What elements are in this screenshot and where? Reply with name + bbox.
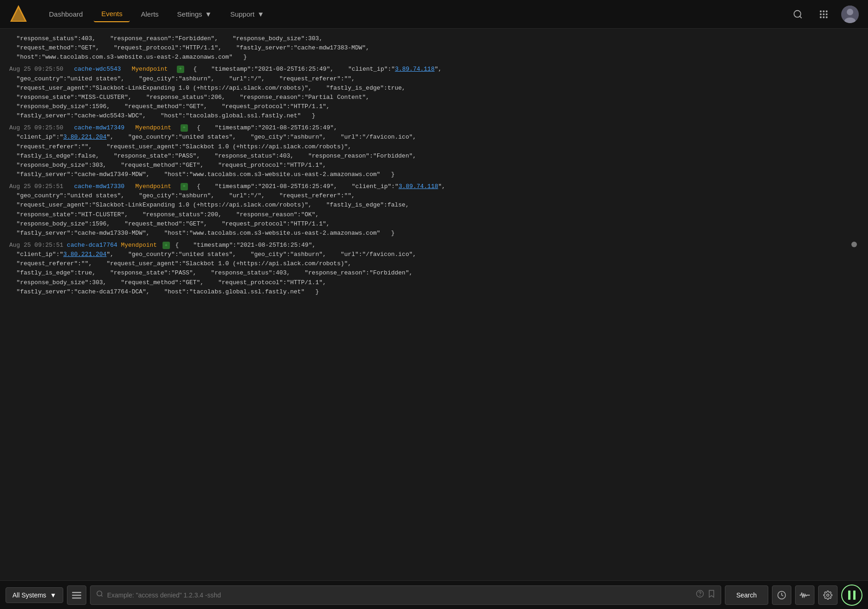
search-button[interactable]: Search <box>725 585 768 605</box>
svg-rect-5 <box>823 10 825 12</box>
log-line: "client_ip":"3.80.221.204", "geo_country… <box>9 133 859 142</box>
log-timestamp: Aug 25 09:25:51 <box>9 241 63 250</box>
log-line: "fastly_server":"cache-dca17764-DCA", "h… <box>9 287 859 297</box>
svg-rect-9 <box>826 13 828 15</box>
log-line: "response_body_size":1596, "request_meth… <box>9 219 859 229</box>
log-line: "fastly_server":"cache-wdc5543-WDC", "ho… <box>9 111 859 121</box>
log-header-row: Aug 25 09:25:51 cache-mdw17330 Myendpoin… <box>9 182 859 191</box>
log-server-link[interactable]: cache-wdc5543 <box>74 66 121 73</box>
logo[interactable] <box>9 4 28 24</box>
log-area: "response_status":403, "response_reason"… <box>0 29 868 580</box>
scroll-indicator <box>851 242 857 247</box>
log-server-link[interactable]: cache-dca17764 <box>67 241 117 250</box>
add-filter-button[interactable]: + <box>177 66 184 73</box>
svg-point-2 <box>794 10 801 17</box>
svg-rect-12 <box>826 16 828 18</box>
log-server-link[interactable]: cache-mdw17349 <box>74 124 124 131</box>
log-server-link[interactable]: cache-mdw17330 <box>74 183 124 190</box>
log-line: "response_body_size":303, "request_metho… <box>9 278 859 287</box>
log-endpoint[interactable]: Myendpoint <box>135 183 171 190</box>
menu-button[interactable] <box>67 585 86 605</box>
svg-rect-6 <box>826 10 828 12</box>
log-entry: Aug 25 09:25:51 cache-mdw17330 Myendpoin… <box>9 182 859 238</box>
svg-rect-16 <box>72 592 81 593</box>
bottom-toolbar: All Systems ▼ Search <box>0 580 868 609</box>
search-area <box>90 585 721 605</box>
svg-line-3 <box>800 16 802 18</box>
log-line: "geo_country":"united states", "geo_city… <box>9 74 859 84</box>
log-endpoint[interactable]: Myendpoint <box>132 66 168 73</box>
log-entry: Aug 25 09:25:50 cache-wdc5543 Myendpoint… <box>9 65 859 121</box>
svg-rect-4 <box>820 10 822 12</box>
svg-rect-7 <box>820 13 822 15</box>
systems-label: All Systems <box>12 591 46 599</box>
log-entry: Aug 25 09:25:51 cache-dca17764 Myendpoin… <box>9 241 859 297</box>
nav-events[interactable]: Events <box>94 6 130 22</box>
log-line: "request_referer":"", "request_user_agen… <box>9 259 859 268</box>
log-header-row: Aug 25 09:25:50 cache-wdc5543 Myendpoint… <box>9 65 859 74</box>
log-endpoint[interactable]: Myendpoint <box>135 124 171 131</box>
log-header-row: Aug 25 09:25:50 cache-mdw17349 Myendpoin… <box>9 123 859 133</box>
chevron-down-icon: ▼ <box>257 10 264 18</box>
nav-settings[interactable]: Settings ▼ <box>170 6 219 22</box>
svg-rect-26 <box>853 591 856 600</box>
top-navigation: Dashboard Events Alerts Settings ▼ Suppo… <box>0 0 868 29</box>
log-line: "fastly_server":"cache-mdw17330-MDW", "h… <box>9 229 859 238</box>
ip-link[interactable]: 3.89.74.118 <box>398 183 438 190</box>
search-input[interactable] <box>107 591 692 599</box>
nav-alerts[interactable]: Alerts <box>133 6 166 22</box>
nav-right <box>790 6 859 23</box>
log-line: "request_referer":"", "request_user_agen… <box>9 142 859 152</box>
log-json-start: { "timestamp":"2021-08-25T16:25:49", "cl… <box>197 183 445 190</box>
log-entry: "response_status":403, "response_reason"… <box>9 34 859 62</box>
svg-rect-25 <box>848 591 850 600</box>
log-line: "response_body_size":303, "request_metho… <box>9 161 859 170</box>
help-icon[interactable] <box>696 590 704 600</box>
add-filter-button[interactable]: + <box>181 183 188 190</box>
svg-rect-11 <box>823 16 825 18</box>
systems-dropdown[interactable]: All Systems ▼ <box>6 587 63 603</box>
waveform-button[interactable] <box>795 585 814 605</box>
log-line: "request_method":"GET", "request_protoco… <box>9 43 859 53</box>
log-line: "fastly_is_edge":true, "response_state":… <box>9 268 859 278</box>
svg-rect-10 <box>820 16 822 18</box>
log-json-start: { "timestamp":"2021-08-25T16:25:49", <box>175 241 316 250</box>
log-line: "response_state":"HIT-CLUSTER", "respons… <box>9 210 859 219</box>
add-filter-button[interactable]: + <box>163 242 170 249</box>
log-entry: Aug 25 09:25:50 cache-mdw17349 Myendpoin… <box>9 123 859 179</box>
nav-support[interactable]: Support ▼ <box>223 6 271 22</box>
svg-line-20 <box>101 595 102 597</box>
log-line: "fastly_is_edge":false, "response_state"… <box>9 152 859 161</box>
ip-link[interactable]: 3.80.221.204 <box>63 134 107 140</box>
log-line: "geo_country":"united states", "geo_city… <box>9 191 859 201</box>
svg-rect-18 <box>72 597 81 599</box>
search-icon <box>96 590 103 600</box>
log-line: "client_ip":"3.80.221.204", "geo_country… <box>9 250 859 259</box>
ip-link[interactable]: 3.80.221.204 <box>63 251 107 258</box>
log-line: "request_user_agent":"Slackbot-LinkExpan… <box>9 201 859 210</box>
ip-link[interactable]: 3.89.74.118 <box>395 66 434 73</box>
chevron-down-icon: ▼ <box>50 591 56 599</box>
bookmark-icon[interactable] <box>708 590 715 600</box>
svg-rect-17 <box>72 595 81 596</box>
user-avatar[interactable] <box>841 6 859 23</box>
settings-button[interactable] <box>818 585 838 605</box>
log-timestamp: Aug 25 09:25:50 <box>9 124 63 131</box>
add-filter-button[interactable]: + <box>181 124 188 132</box>
log-line: "request_user_agent":"Slackbot-LinkExpan… <box>9 84 859 93</box>
log-json-start: { "timestamp":"2021-08-25T16:25:49", "cl… <box>193 66 442 73</box>
pause-button[interactable] <box>841 585 862 606</box>
log-line: "fastly_server":"cache-mdw17349-MDW", "h… <box>9 170 859 179</box>
log-header-row: Aug 25 09:25:51 cache-dca17764 Myendpoin… <box>9 241 859 250</box>
nav-dashboard[interactable]: Dashboard <box>42 6 90 22</box>
log-endpoint[interactable]: Myendpoint <box>121 241 157 250</box>
log-line: "response_status":403, "response_reason"… <box>9 34 859 43</box>
grid-icon[interactable] <box>815 6 832 23</box>
nav-items: Dashboard Events Alerts Settings ▼ Suppo… <box>42 6 776 22</box>
svg-point-22 <box>699 595 700 596</box>
svg-point-14 <box>847 9 853 15</box>
search-icon[interactable] <box>790 6 806 23</box>
history-button[interactable] <box>772 585 791 605</box>
log-line: "host":"www.tacolabs.com.s3-website.us-e… <box>9 53 859 62</box>
log-line: "response_state":"MISS-CLUSTER", "respon… <box>9 93 859 102</box>
